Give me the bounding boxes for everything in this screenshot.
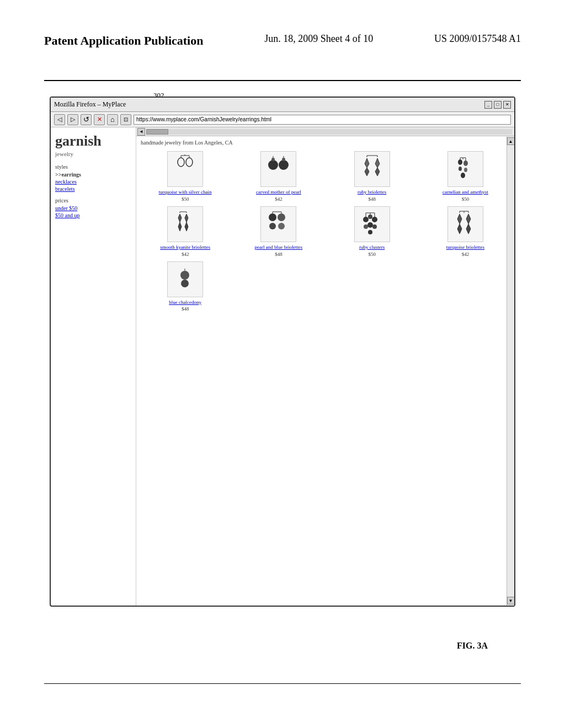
nav-earrings[interactable]: >>earrings (55, 172, 131, 178)
back-button[interactable]: ◁ (54, 114, 65, 125)
h-scroll-track[interactable] (146, 129, 512, 135)
product-name[interactable]: carved mother of pearl (256, 189, 301, 195)
product-grid-container: handmade jewelry from Los Angeles, CA (136, 136, 514, 315)
svg-point-35 (269, 213, 276, 221)
product-image (167, 151, 203, 187)
product-item: turquoise briolettes $42 (421, 206, 510, 257)
site-tagline: jewelry (55, 151, 131, 157)
product-name[interactable]: smooth kyanite briolettes (160, 244, 210, 250)
svg-point-62 (181, 280, 189, 287)
svg-point-48 (368, 230, 372, 234)
h-scrollbar-top: ◄ (136, 127, 514, 136)
product-item: pearl and blue briolettes $48 (234, 206, 323, 257)
svg-point-42 (363, 217, 369, 222)
svg-marker-31 (185, 222, 188, 231)
stop-button[interactable]: ✕ (94, 114, 105, 125)
nav-necklaces[interactable]: necklaces (55, 179, 131, 185)
product-price: $42 (275, 196, 282, 202)
svg-marker-30 (178, 222, 182, 231)
product-name[interactable]: carnelian and amethyst (443, 189, 488, 195)
svg-point-44 (372, 217, 377, 222)
maximize-button[interactable]: □ (494, 101, 502, 109)
site-main: ◄ handmade jewelry from Los Angeles, CA (136, 127, 514, 606)
browser-toolbar: ◁ ▷ ↺ ✕ ⌂ ⊡ (51, 112, 514, 127)
product-price: $50 (368, 251, 376, 257)
nav-bracelets[interactable]: bracelets (55, 186, 131, 192)
svg-point-20 (463, 160, 468, 166)
product-price: $48 (182, 306, 189, 312)
page-border-bottom (44, 683, 521, 684)
product-name[interactable]: blue chalcedony (169, 299, 201, 306)
product-item: turquoise with silver chain $50 (141, 151, 230, 202)
h-scroll-thumb[interactable] (146, 129, 168, 135)
close-button[interactable]: ✕ (503, 101, 511, 109)
svg-marker-53 (457, 214, 462, 224)
minimize-button[interactable]: _ (484, 101, 492, 109)
svg-marker-29 (185, 214, 188, 222)
product-image (167, 261, 203, 297)
scroll-left-button[interactable]: ◄ (137, 128, 145, 136)
product-name[interactable]: ruby clusters (359, 244, 385, 250)
svg-point-8 (271, 158, 275, 161)
svg-point-47 (372, 224, 377, 229)
product-price: $48 (275, 251, 282, 257)
forward-button[interactable]: ▷ (67, 114, 78, 125)
browser-titlebar: Mozilla Firefox – MyPlace _ □ ✕ (51, 98, 514, 112)
home-button[interactable]: ⌂ (107, 114, 118, 125)
product-item: carved mother of pearl $42 (234, 151, 323, 202)
product-grid: turquoise with silver chain $50 (141, 151, 510, 312)
product-item: ruby clusters $50 (328, 206, 417, 257)
svg-point-23 (461, 173, 465, 178)
svg-marker-12 (365, 158, 369, 168)
svg-point-38 (278, 223, 285, 229)
product-image (260, 151, 296, 187)
nav-under-50[interactable]: under $50 (55, 205, 131, 211)
product-price: $48 (368, 196, 376, 202)
svg-point-46 (367, 222, 373, 228)
product-image (260, 206, 296, 242)
svg-point-36 (278, 213, 285, 221)
nav-50-and-up[interactable]: $50 and up (55, 212, 131, 218)
product-item: blue chalcedony $48 (141, 261, 230, 312)
browser-window: Mozilla Firefox – MyPlace _ □ ✕ ◁ ▷ ↺ ✕ … (50, 97, 515, 607)
product-price: $42 (182, 251, 189, 257)
svg-point-61 (180, 271, 189, 280)
header-divider (44, 80, 521, 81)
browser-title: Mozilla Firefox – MyPlace (54, 100, 126, 109)
svg-point-0 (178, 158, 184, 167)
svg-point-9 (282, 158, 285, 161)
svg-point-45 (364, 224, 368, 229)
product-price: $50 (182, 196, 189, 202)
address-bar[interactable] (134, 115, 511, 125)
product-item: smooth kyanite briolettes $42 (141, 206, 230, 257)
svg-marker-28 (178, 214, 182, 222)
product-item: ruby briolettes $48 (328, 151, 417, 202)
product-image (354, 151, 390, 187)
product-name[interactable]: turquoise briolettes (446, 244, 484, 250)
product-name[interactable]: ruby briolettes (358, 189, 386, 195)
svg-marker-56 (466, 224, 471, 234)
svg-marker-15 (375, 168, 380, 176)
scroll-up-button[interactable]: ▲ (507, 137, 515, 145)
product-price: $50 (462, 196, 470, 202)
product-image (167, 206, 203, 242)
product-price: $42 (462, 251, 470, 257)
scroll-down-button[interactable]: ▼ (507, 597, 515, 604)
svg-marker-14 (365, 168, 369, 176)
svg-point-43 (368, 215, 372, 219)
browser-content: garnish jewelry styles >>earrings neckla… (51, 127, 514, 606)
bookmarks-button[interactable]: ⊡ (120, 114, 131, 125)
product-name[interactable]: turquoise with silver chain (159, 189, 212, 195)
svg-marker-54 (466, 214, 471, 224)
patent-header: Patent Application Publication Jun. 18, … (44, 33, 521, 49)
svg-point-1 (186, 158, 193, 167)
titlebar-icons: _ □ ✕ (484, 101, 511, 109)
svg-marker-13 (375, 158, 380, 168)
patent-title: Patent Application Publication (44, 33, 203, 49)
svg-point-19 (458, 159, 462, 165)
site-logo: garnish (55, 133, 131, 149)
product-name[interactable]: pearl and blue briolettes (255, 244, 303, 250)
titlebar-left: Mozilla Firefox – MyPlace (54, 100, 126, 109)
product-image (447, 151, 483, 187)
refresh-button[interactable]: ↺ (81, 114, 92, 125)
